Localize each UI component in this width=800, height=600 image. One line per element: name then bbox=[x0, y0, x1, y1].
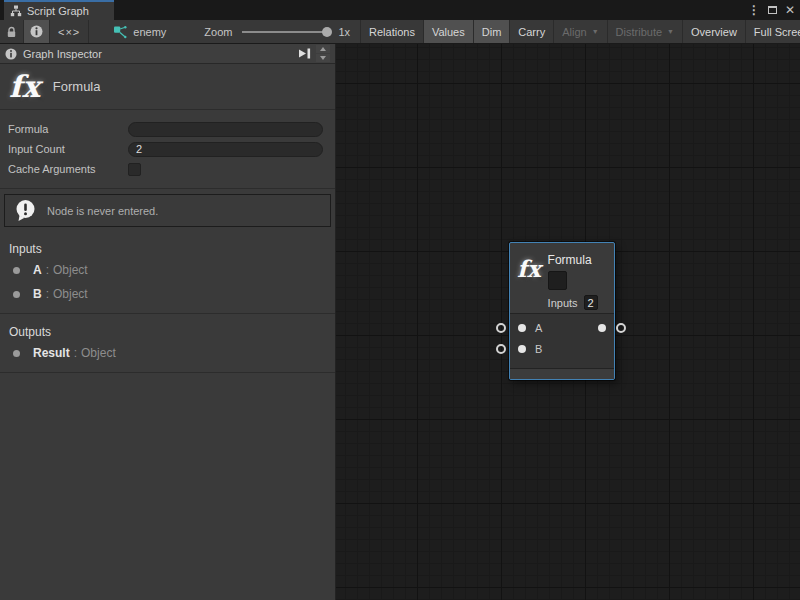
port-bullet-icon bbox=[13, 291, 20, 298]
port-bullet-icon bbox=[13, 267, 20, 274]
unity-script-graph-window: Script Graph ⋮ ✕ bbox=[0, 0, 800, 600]
dim-button[interactable]: Dim bbox=[474, 20, 511, 43]
unit-options-form: Formula Input Count Cache Arguments bbox=[0, 110, 335, 189]
code-view-button[interactable]: <×> bbox=[50, 20, 89, 43]
formula-node-footer bbox=[510, 368, 614, 379]
warning-bubble-icon bbox=[14, 199, 37, 222]
graph-inspector-header: Graph Inspector bbox=[0, 44, 335, 64]
zoom-slider[interactable] bbox=[242, 26, 330, 38]
graph-canvas[interactable]: fx Formula Inputs 2 A bbox=[336, 44, 800, 600]
distribute-caret-icon: ▼ bbox=[667, 28, 674, 35]
external-port-ring-a-icon[interactable] bbox=[496, 323, 506, 333]
external-port-ring-b-icon[interactable] bbox=[496, 344, 506, 354]
tab-title: Script Graph bbox=[27, 5, 89, 17]
dock-panel-icon[interactable] bbox=[297, 47, 312, 60]
inspector-toggle-button[interactable] bbox=[24, 20, 50, 43]
port-bullet-icon bbox=[13, 350, 20, 357]
inputs-section-header: Inputs bbox=[0, 231, 335, 258]
close-icon[interactable]: ✕ bbox=[785, 4, 795, 16]
node-title: Formula bbox=[548, 253, 598, 267]
port-list-item: Result : Object bbox=[0, 341, 335, 365]
panel-title: Graph Inspector bbox=[23, 48, 102, 60]
overview-button[interactable]: Overview bbox=[683, 20, 746, 43]
input-port-b-icon[interactable] bbox=[518, 345, 526, 353]
zoom-slider-handle[interactable] bbox=[322, 27, 332, 37]
graph-toolbar: <×> enemy Zoom 1x Relation bbox=[0, 20, 800, 44]
input-port-a-icon[interactable] bbox=[518, 324, 526, 332]
breadcrumb-label: enemy bbox=[133, 26, 166, 38]
lock-icon bbox=[6, 26, 17, 38]
graph-breadcrumb[interactable]: enemy bbox=[103, 20, 176, 43]
input-count-label: Input Count bbox=[8, 143, 128, 155]
zoom-slider-track bbox=[242, 31, 330, 33]
formula-node-ports: A B bbox=[510, 314, 614, 368]
info-icon bbox=[5, 48, 17, 60]
section-divider bbox=[0, 372, 335, 373]
relations-button[interactable]: Relations bbox=[360, 20, 424, 43]
cache-arguments-checkbox[interactable] bbox=[128, 163, 141, 176]
outputs-section-header: Outputs bbox=[0, 314, 335, 341]
spinner-down-icon[interactable] bbox=[316, 54, 330, 62]
values-button[interactable]: Values bbox=[424, 20, 474, 43]
formula-node-header: fx Formula Inputs 2 bbox=[510, 243, 614, 314]
node-inputs-count-input[interactable]: 2 bbox=[584, 295, 598, 310]
window-menu-icon[interactable]: ⋮ bbox=[748, 4, 760, 16]
panel-spinner bbox=[316, 45, 330, 62]
graph-inspector-panel: Graph Inspector fx Formul bbox=[0, 44, 336, 600]
distribute-button[interactable]: Distribute ▼ bbox=[608, 20, 683, 43]
formula-row: Formula bbox=[8, 119, 323, 139]
tab-script-graph[interactable]: Script Graph bbox=[4, 0, 114, 20]
unit-title: Formula bbox=[53, 79, 101, 94]
cache-arguments-label: Cache Arguments bbox=[8, 163, 128, 175]
zoom-control: Zoom 1x bbox=[204, 20, 360, 43]
formula-label: Formula bbox=[8, 123, 128, 135]
input-count-row: Input Count bbox=[8, 139, 323, 159]
external-port-ring-result-icon[interactable] bbox=[616, 323, 626, 333]
zoom-label: Zoom bbox=[204, 26, 232, 38]
zoom-value: 1x bbox=[338, 26, 350, 38]
node-formula-input[interactable] bbox=[548, 271, 567, 290]
port-row-a: A bbox=[510, 317, 614, 338]
window-controls: ⋮ ✕ bbox=[748, 0, 795, 20]
spinner-up-icon[interactable] bbox=[316, 45, 330, 53]
fx-icon: fx bbox=[517, 257, 541, 313]
carry-button[interactable]: Carry bbox=[510, 20, 554, 43]
input-count-input[interactable] bbox=[128, 142, 323, 157]
maximize-icon[interactable] bbox=[768, 6, 777, 14]
code-icon: <×> bbox=[58, 26, 80, 38]
fx-icon: fx bbox=[9, 72, 40, 102]
cache-arguments-row: Cache Arguments bbox=[8, 159, 323, 179]
formula-input[interactable] bbox=[128, 122, 323, 137]
toolbar-buttons: Relations Values Dim Carry Align ▼ Distr… bbox=[360, 20, 800, 43]
formula-node[interactable]: fx Formula Inputs 2 A bbox=[509, 242, 615, 380]
info-icon bbox=[30, 25, 43, 38]
title-bar: Script Graph ⋮ ✕ bbox=[0, 0, 800, 20]
node-inputs-label: Inputs bbox=[548, 297, 578, 309]
script-graph-icon bbox=[10, 5, 22, 17]
port-list-item: B : Object bbox=[0, 282, 335, 306]
full-screen-button[interactable]: Full Screen bbox=[746, 20, 800, 43]
unit-header: fx Formula bbox=[0, 64, 335, 110]
warning-text: Node is never entered. bbox=[47, 205, 158, 217]
output-port-result-icon[interactable] bbox=[598, 324, 606, 332]
port-row-b: B bbox=[510, 338, 614, 359]
warning-box: Node is never entered. bbox=[4, 194, 331, 227]
script-graph-asset-icon bbox=[113, 25, 127, 39]
port-list-item: A : Object bbox=[0, 258, 335, 282]
align-button[interactable]: Align ▼ bbox=[554, 20, 607, 43]
align-caret-icon: ▼ bbox=[592, 28, 599, 35]
lock-button[interactable] bbox=[0, 20, 24, 43]
